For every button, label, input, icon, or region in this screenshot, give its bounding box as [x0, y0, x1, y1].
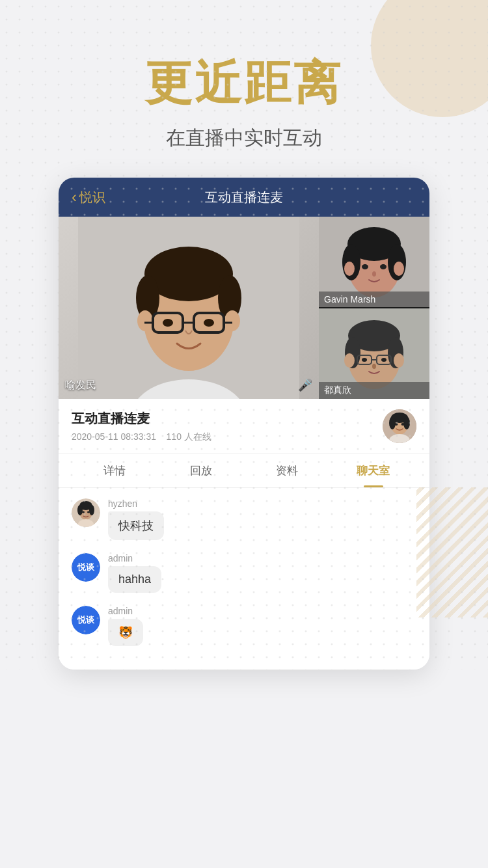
chat-message-3: 悦谈 admin 🐯 [72, 606, 416, 646]
svg-point-49 [403, 416, 410, 429]
video-main: 喻发民 🎤 [59, 217, 319, 399]
back-button[interactable]: ‹ 悦识 [72, 188, 105, 206]
svg-point-37 [344, 353, 355, 368]
tabs-row: 详情 回放 资料 聊天室 [59, 454, 429, 488]
person3-label: 都真欣 [319, 382, 429, 399]
chat-message-2: 悦谈 admin hahha [72, 553, 416, 593]
avatar-admin-1: 悦谈 [72, 553, 100, 582]
video-area: 喻发民 🎤 [59, 217, 429, 399]
tab-details[interactable]: 详情 [72, 454, 158, 487]
svg-point-10 [224, 310, 240, 331]
main-video-label: 喻发民 [65, 379, 96, 392]
main-person-svg [78, 217, 299, 399]
info-text: 互动直播连麦 2020-05-11 08:33:31 110 人在线 [72, 410, 383, 443]
nav-app-name: 悦识 [79, 189, 105, 206]
video-sidebar: Gavin Marsh [319, 217, 429, 399]
subtitle: 在直播中实时互动 [0, 125, 488, 152]
chat-content-3: admin 🐯 [108, 606, 143, 646]
tab-materials[interactable]: 资料 [244, 454, 331, 487]
chat-avatar-2: 悦谈 [72, 553, 100, 582]
chat-username-1: hyzhen [108, 498, 164, 509]
avatar-admin-1-text: 悦谈 [77, 562, 94, 573]
phone-card: ‹ 悦识 互动直播连麦 [59, 178, 429, 670]
chat-username-3: admin [108, 606, 143, 616]
svg-point-27 [362, 264, 368, 269]
chat-username-2: admin [108, 553, 161, 563]
svg-point-57 [89, 505, 94, 515]
svg-point-51 [401, 423, 405, 426]
host-avatar-svg [383, 409, 416, 443]
svg-point-56 [77, 505, 83, 515]
svg-point-58 [82, 511, 85, 513]
svg-point-42 [362, 358, 367, 362]
svg-point-48 [389, 416, 396, 429]
video-small-2: 都真欣 [319, 308, 429, 399]
info-title: 互动直播连麦 [72, 410, 383, 427]
chat-area: hyzhen 快科技 悦谈 admin hahha [59, 488, 429, 670]
video-small-1: Gavin Marsh [319, 217, 429, 307]
svg-point-43 [381, 358, 386, 362]
mic-icon: 🎤 [298, 378, 312, 392]
svg-point-9 [137, 310, 153, 331]
person2-label: Gavin Marsh [319, 292, 429, 307]
avatar-admin-2-text: 悦谈 [77, 614, 94, 626]
tab-chat[interactable]: 聊天室 [331, 454, 417, 487]
svg-point-50 [395, 423, 398, 426]
back-arrow-icon: ‹ [72, 188, 77, 206]
chat-bubble-3: 🐯 [108, 619, 143, 646]
svg-point-26 [394, 262, 404, 276]
info-date: 2020-05-11 08:33:31 [72, 431, 156, 442]
chat-bubble-1: 快科技 [108, 511, 164, 540]
nav-title: 互动直播连麦 [111, 189, 377, 206]
tab-replay[interactable]: 回放 [158, 454, 245, 487]
avatar-hyzhen-svg [72, 498, 100, 527]
chat-bubble-2: hahha [108, 566, 161, 593]
svg-point-29 [372, 271, 376, 277]
chat-content-1: hyzhen 快科技 [108, 498, 164, 540]
svg-point-28 [380, 264, 386, 269]
bg-decoration-bottom-right [416, 487, 488, 617]
info-section: 互动直播连麦 2020-05-11 08:33:31 110 人在线 [59, 399, 429, 454]
svg-point-16 [163, 319, 173, 327]
chat-avatar-3: 悦谈 [72, 606, 100, 634]
chat-message-1: hyzhen 快科技 [72, 498, 416, 540]
chat-avatar-1 [72, 498, 100, 527]
svg-point-44 [372, 364, 376, 369]
host-avatar [383, 409, 416, 443]
avatar-admin-2: 悦谈 [72, 606, 100, 634]
info-viewers: 110 人在线 [167, 431, 211, 442]
main-person-video [59, 217, 319, 399]
svg-point-59 [87, 511, 90, 513]
chat-content-2: admin hahha [108, 553, 161, 593]
info-meta: 2020-05-11 08:33:31 110 人在线 [72, 431, 383, 443]
svg-point-17 [204, 319, 214, 327]
phone-nav-header: ‹ 悦识 互动直播连麦 [59, 178, 429, 217]
svg-point-38 [394, 353, 404, 368]
svg-point-25 [344, 262, 355, 276]
